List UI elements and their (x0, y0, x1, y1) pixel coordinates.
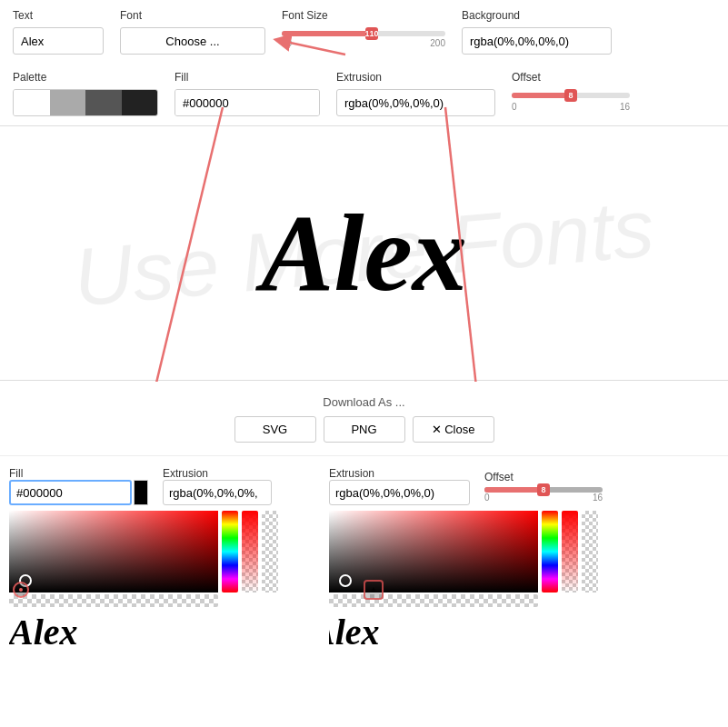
background-group: Background (462, 9, 612, 55)
right-alpha-strip[interactable] (562, 511, 578, 593)
left-color-strips (222, 511, 278, 593)
right-offset-track[interactable]: 8 (484, 487, 603, 493)
right-color-picker: Extrusion Offset 8 0 16 (329, 467, 603, 655)
background-label: Background (462, 9, 612, 22)
left-checker-strip (262, 511, 278, 593)
right-offset-label: Offset (484, 471, 603, 483)
right-color-strips (542, 511, 598, 593)
font-size-group: Font Size 110 10 200 (282, 9, 445, 48)
offset-label: Offset (512, 71, 630, 84)
fill-input-wrapper[interactable] (175, 89, 320, 116)
palette-group: Palette (13, 71, 158, 116)
bottom-area: Fill Extrusion (0, 456, 728, 655)
left-alpha-strip[interactable] (242, 511, 258, 593)
palette-swatch-row[interactable] (13, 89, 158, 116)
left-fill-input[interactable] (9, 480, 132, 505)
left-extrusion-label: Extrusion (163, 467, 272, 480)
right-gradient-dark (329, 511, 538, 593)
offset-labels: 0 16 (512, 102, 630, 112)
fill-input[interactable] (175, 90, 320, 115)
left-gradient-dark (9, 511, 218, 593)
svg-point-0 (19, 588, 23, 592)
right-extrusion-group: Extrusion (329, 467, 470, 505)
extrusion-group: Extrusion (336, 71, 495, 116)
right-cursor-circle (364, 580, 384, 600)
text-group: Text (13, 9, 104, 55)
cursor-dot-icon (17, 586, 25, 593)
download-label: Download As ... (323, 395, 404, 409)
font-label: Font (120, 9, 265, 22)
font-size-label: Font Size (282, 9, 445, 22)
extrusion-input[interactable] (336, 89, 495, 116)
svg-download-button[interactable]: SVG (234, 416, 316, 443)
right-gradient-box[interactable] (329, 511, 538, 593)
left-fill-swatch (134, 480, 148, 505)
toolbar: Text Font Choose ... Font Size 110 10 20… (0, 0, 728, 126)
font-size-track[interactable]: 110 (282, 31, 445, 36)
offset-slider-thumb[interactable]: 8 (564, 89, 577, 102)
right-gradient-row (329, 511, 603, 609)
right-cursor-indicator (364, 580, 384, 600)
palette-swatch-darkgray (85, 90, 122, 115)
text-label: Text (13, 9, 104, 22)
right-text-preview: Alex (329, 614, 603, 655)
offset-slider-track[interactable]: 8 (512, 93, 630, 98)
font-size-fill (282, 31, 372, 36)
fill-group: Fill (175, 71, 320, 116)
left-cursor-circle (13, 582, 29, 598)
png-download-button[interactable]: PNG (324, 416, 405, 443)
download-buttons: SVG PNG ✕ Close (234, 416, 494, 443)
right-checker-strip (582, 511, 598, 593)
offset-group: Offset 8 0 16 (512, 71, 630, 112)
canvas-main-text: Alex (261, 191, 467, 316)
right-offset-thumb[interactable]: 8 (537, 483, 550, 496)
left-gradient-box[interactable] (9, 511, 218, 593)
font-size-slider-wrapper: 110 10 200 (282, 27, 445, 48)
left-gradient-row (9, 511, 278, 609)
right-offset-fill (484, 487, 544, 493)
palette-swatch-black (122, 90, 158, 115)
left-hue-strip[interactable] (222, 511, 238, 593)
palette-label: Palette (13, 71, 158, 84)
font-size-thumb[interactable]: 110 (365, 27, 378, 40)
fill-label: Fill (175, 71, 320, 84)
right-cursor-icon (370, 586, 377, 593)
right-extrusion-input[interactable] (329, 480, 470, 505)
palette-swatch-gray (50, 90, 86, 115)
palette-swatch-white (14, 90, 50, 115)
left-extrusion-group: Extrusion (163, 467, 272, 505)
left-extrusion-input[interactable] (163, 480, 272, 505)
right-extrusion-label: Extrusion (329, 467, 470, 480)
left-cp-inputs-row: Fill Extrusion (9, 467, 278, 505)
font-group: Font Choose ... (120, 9, 265, 55)
download-section: Download As ... SVG PNG ✕ Close (0, 381, 728, 456)
close-button[interactable]: ✕ Close (413, 416, 494, 443)
right-hue-strip[interactable] (542, 511, 558, 593)
right-cp-inputs-row: Extrusion Offset 8 0 16 (329, 467, 603, 505)
left-fill-label: Fill (9, 467, 148, 480)
right-transparency-box (329, 594, 538, 607)
background-input[interactable] (462, 27, 612, 55)
font-choose-button[interactable]: Choose ... (120, 27, 265, 55)
extrusion-label: Extrusion (336, 71, 495, 84)
left-text-preview: Alex (9, 614, 278, 655)
svg-marker-1 (371, 587, 376, 593)
left-transparency-box (9, 594, 218, 607)
canvas-area: Use More Fonts Alex (0, 126, 728, 381)
right-offset-group: Offset 8 0 16 (484, 471, 603, 503)
left-cursor-indicator (13, 582, 29, 598)
left-color-picker: Fill Extrusion (9, 467, 278, 655)
font-size-labels: 10 200 (282, 38, 445, 48)
left-fill-group: Fill (9, 467, 148, 505)
offset-slider-fill (512, 93, 571, 98)
text-input[interactable] (13, 27, 104, 55)
